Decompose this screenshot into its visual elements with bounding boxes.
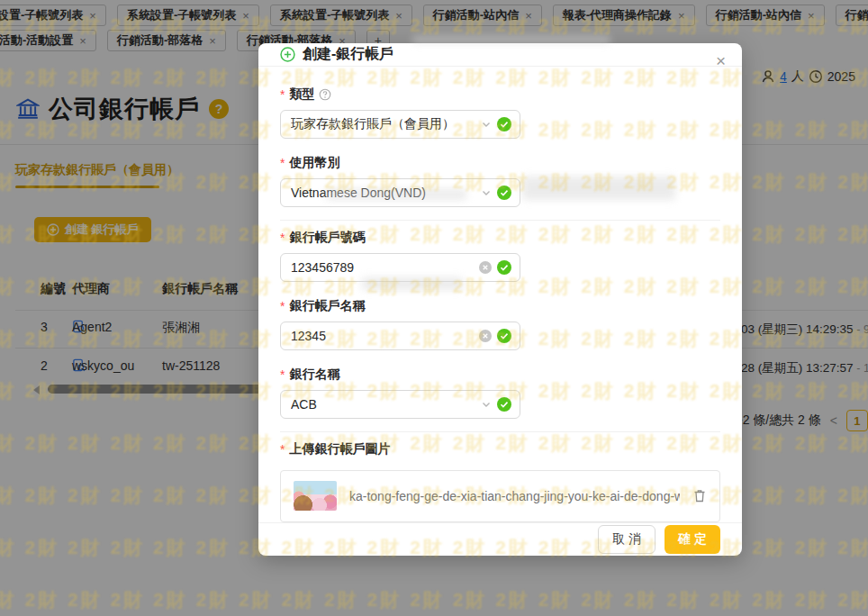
check-circle-icon [497,260,511,275]
divider [280,431,720,432]
account-name-input[interactable]: 12345 [280,322,520,350]
bank-name-select[interactable]: ACB [280,390,520,419]
field-label-account-name: 銀行帳戶名稱 [289,298,365,314]
currency-select[interactable]: Vietnamese Dong(VND) [280,178,520,207]
question-circle-icon[interactable] [319,88,331,101]
uploaded-file-item: ka-tong-feng-ge-de-xia-tian-chang-jing-y… [280,470,720,522]
account-number-input[interactable]: 123456789 [280,253,520,282]
divider [280,220,720,221]
check-circle-icon [497,186,511,200]
trash-icon[interactable] [692,488,707,503]
field-label-upload: 上傳銀行帳戶圖片 [289,441,390,457]
field-label-currency: 使用幣別 [289,155,339,171]
cancel-button[interactable]: 取 消 [598,525,656,554]
confirm-button[interactable]: 確 定 [665,525,720,554]
clear-icon[interactable] [479,330,492,342]
field-label-type: 類型 [289,86,314,103]
check-circle-icon [497,397,511,412]
check-circle-icon [497,117,511,131]
field-label-account-number: 銀行帳戶號碼 [289,230,365,246]
chevron-down-icon [481,187,492,198]
blurred-region [522,177,675,200]
check-circle-icon [497,329,511,343]
chevron-down-icon [481,119,492,130]
field-label-bank-name: 銀行名稱 [289,367,339,383]
uploaded-file-name: ka-tong-feng-ge-de-xia-tian-chang-jing-y… [349,489,680,503]
chevron-down-icon [481,399,492,410]
uploaded-image-thumbnail[interactable] [294,481,337,511]
create-bank-account-modal: 創建-銀行帳戶 × * 類型 玩家存款銀行賬戶（會員用） * 使用幣別 Viet… [258,43,742,556]
type-select[interactable]: 玩家存款銀行賬戶（會員用） [280,110,520,139]
modal-title: 創建-銀行帳戶 [303,45,393,64]
plus-circle-icon [280,47,295,62]
clear-icon[interactable] [479,261,492,274]
